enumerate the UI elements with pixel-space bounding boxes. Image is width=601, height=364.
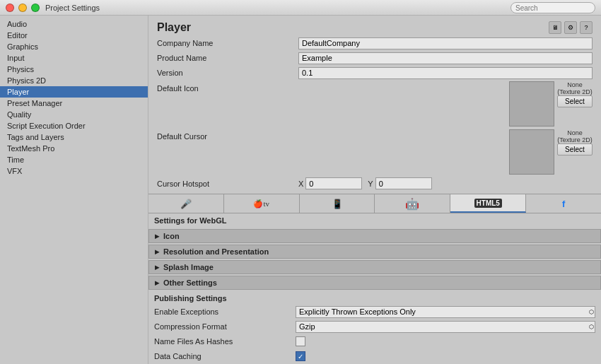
icon-section-collapse: Icon (148, 229, 601, 243)
default-cursor-none-label: None (Texture 2D) (557, 129, 593, 143)
default-icon-preview (509, 81, 554, 127)
sidebar-item-player[interactable]: Player (0, 86, 148, 98)
enable-exceptions-label: Enable Exceptions (154, 307, 296, 316)
default-cursor-select-button[interactable]: Select (557, 143, 593, 155)
icon-section-header[interactable]: Icon (148, 229, 601, 243)
search-box[interactable] (510, 2, 595, 13)
compression-format-wrapper: Gzip (296, 321, 595, 333)
monitor-icon-button[interactable]: 🖥 (549, 21, 561, 34)
sidebar-item-tags-and-layers[interactable]: Tags and Layers (0, 131, 148, 143)
facebook-icon: f (562, 199, 565, 209)
publishing-title: Publishing Settings (154, 294, 595, 303)
window-controls (6, 4, 40, 12)
sidebar: Audio Editor Graphics Input Physics Phys… (0, 16, 148, 364)
tab-android[interactable]: 🤖 (375, 194, 450, 213)
version-label: Version (157, 69, 298, 77)
other-section-header[interactable]: Other Settings (148, 276, 601, 290)
sidebar-item-quality[interactable]: Quality (0, 109, 148, 120)
company-name-label: Company Name (157, 39, 298, 47)
publishing-section: Publishing Settings Enable Exceptions Ex… (148, 291, 601, 364)
tab-facebook[interactable]: f (526, 194, 601, 213)
search-input[interactable] (515, 4, 590, 12)
default-cursor-preview (509, 129, 554, 175)
compression-format-row: Compression Format Gzip (154, 320, 595, 333)
title-bar: Project Settings (0, 0, 601, 16)
player-icons: 🖥 ⚙ ? (549, 21, 593, 34)
sidebar-item-editor[interactable]: Editor (0, 30, 148, 41)
sidebar-item-script-execution-order[interactable]: Script Execution Order (0, 120, 148, 131)
compression-format-label: Compression Format (154, 322, 296, 331)
tab-appletv[interactable]: 🍎tv (224, 194, 300, 213)
resolution-section-header[interactable]: Resolution and Presentation (148, 245, 601, 259)
cursor-hotspot-row: Cursor Hotspot X Y (157, 177, 593, 189)
minimize-button[interactable] (18, 4, 27, 12)
compression-format-select[interactable]: Gzip (296, 321, 595, 333)
default-cursor-label: Default Cursor (157, 129, 298, 175)
sidebar-item-preset-manager[interactable]: Preset Manager (0, 98, 148, 109)
other-section-collapse: Other Settings (148, 276, 601, 290)
help-icon-button[interactable]: ? (580, 21, 593, 34)
sidebar-item-physics[interactable]: Physics (0, 64, 148, 75)
cursor-hotspot-label: Cursor Hotspot (157, 180, 298, 188)
name-files-checkbox[interactable] (296, 336, 305, 346)
sidebar-item-audio[interactable]: Audio (0, 18, 148, 30)
data-caching-checkbox[interactable]: ✓ (296, 351, 305, 361)
window-title: Project Settings (45, 4, 100, 12)
sidebar-item-input[interactable]: Input (0, 52, 148, 64)
content-area: Player 🖥 ⚙ ? Company Name Product Name V… (148, 16, 601, 364)
sidebar-item-textmesh-pro[interactable]: TextMesh Pro (0, 143, 148, 154)
hotspot-x-label: X (298, 180, 303, 188)
sidebar-item-time[interactable]: Time (0, 154, 148, 165)
tab-ios[interactable]: 📱 (300, 194, 375, 213)
webgl-settings-label: Settings for WebGL (148, 213, 601, 228)
maximize-button[interactable] (31, 4, 40, 12)
webgl-icon: HTML5 (474, 199, 502, 208)
player-header: Player 🖥 ⚙ ? (148, 16, 601, 37)
splash-section-header[interactable]: Splash Image (148, 260, 601, 274)
sidebar-item-vfx[interactable]: VFX (0, 165, 148, 177)
data-caching-row: Data Caching ✓ (154, 350, 595, 363)
tab-standalone[interactable]: 🎤 (148, 194, 224, 213)
ios-icon: 📱 (332, 199, 343, 209)
tab-webgl[interactable]: HTML5 (450, 194, 526, 213)
name-files-label: Name Files As Hashes (154, 337, 296, 346)
default-icon-none-label: None (Texture 2D) (557, 81, 593, 95)
enable-exceptions-select[interactable]: Explicitly Thrown Exceptions Only (296, 306, 595, 318)
appletv-icon: 🍎tv (253, 199, 269, 209)
player-title: Player (157, 21, 191, 34)
platform-tabs: 🎤 🍎tv 📱 🤖 HTML5 f (148, 194, 601, 213)
default-cursor-controls: None (Texture 2D) Select (557, 129, 593, 155)
android-icon: 🤖 (405, 197, 419, 211)
enable-exceptions-row: Enable Exceptions Explicitly Thrown Exce… (154, 305, 595, 318)
default-cursor-section: Default Cursor None (Texture 2D) Select (157, 129, 593, 175)
close-button[interactable] (6, 4, 14, 12)
standalone-icon: 🎤 (180, 199, 192, 209)
enable-exceptions-wrapper: Explicitly Thrown Exceptions Only (296, 306, 595, 318)
splash-section-collapse: Splash Image (148, 260, 601, 274)
product-name-row: Product Name (157, 52, 593, 64)
settings-form: Company Name Product Name Version Defaul… (148, 37, 601, 189)
company-name-input[interactable] (298, 37, 593, 49)
name-files-row: Name Files As Hashes (154, 335, 595, 348)
version-row: Version (157, 66, 593, 79)
main-container: Audio Editor Graphics Input Physics Phys… (0, 16, 601, 364)
hotspot-y-label: Y (368, 180, 373, 188)
product-name-label: Product Name (157, 54, 298, 62)
company-name-row: Company Name (157, 37, 593, 49)
default-icon-controls: None (Texture 2D) Select (557, 81, 593, 107)
sidebar-item-graphics[interactable]: Graphics (0, 41, 148, 52)
product-name-input[interactable] (298, 52, 593, 64)
settings-icon-button[interactable]: ⚙ (564, 21, 577, 34)
hotspot-y-input[interactable] (375, 177, 432, 189)
sidebar-item-physics2d[interactable]: Physics 2D (0, 75, 148, 86)
default-icon-section: Default Icon None (Texture 2D) Select (157, 81, 593, 127)
resolution-section-collapse: Resolution and Presentation (148, 245, 601, 259)
default-icon-label: Default Icon (157, 81, 298, 127)
version-input[interactable] (298, 67, 593, 79)
data-caching-label: Data Caching (154, 352, 296, 360)
default-icon-select-button[interactable]: Select (557, 95, 593, 107)
hotspot-x-input[interactable] (305, 177, 362, 189)
